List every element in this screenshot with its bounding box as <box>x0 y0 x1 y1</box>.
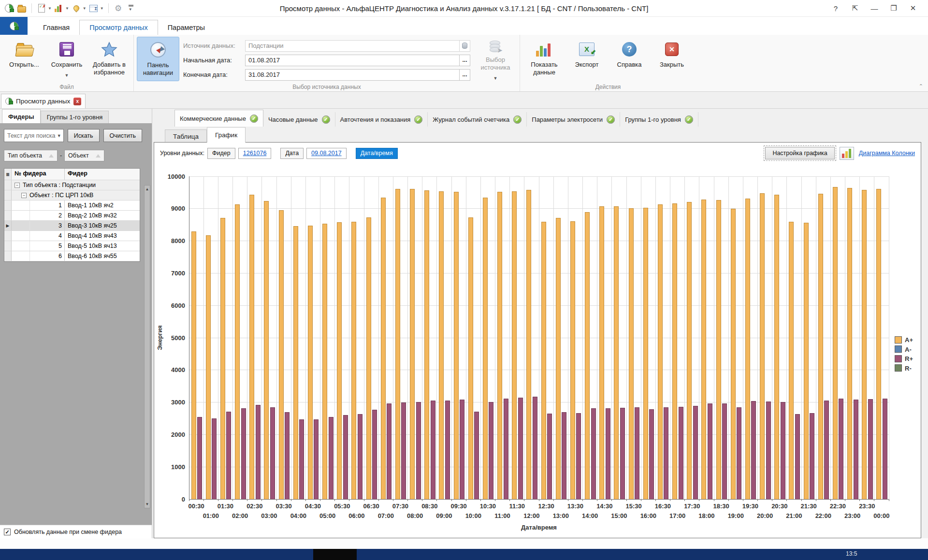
chart-panel: Уровни данных: Фидер 1261076 Дата 09.08.… <box>154 142 921 538</box>
help-button[interactable]: ? Справка <box>608 37 651 81</box>
group-label-file: Файл <box>0 84 133 90</box>
chevron-down-icon[interactable]: ▼ <box>83 6 87 11</box>
collapse-ribbon-button[interactable]: ⌃ <box>919 83 923 89</box>
collapse-icon[interactable]: − <box>14 183 20 188</box>
maximize-button[interactable]: ❐ <box>885 2 902 14</box>
separator <box>31 3 32 13</box>
open-button[interactable]: Открыть... <box>3 37 45 81</box>
sort-chip-object[interactable]: Объект <box>64 150 104 161</box>
save-button[interactable]: Сохранить ▼ <box>45 37 88 81</box>
level-feeder-value-link[interactable]: 1261076 <box>238 148 272 159</box>
export-button[interactable]: X Экспорт <box>566 37 608 81</box>
data-type-tab[interactable]: Коммерческие данные✓ <box>174 110 263 127</box>
view-tab[interactable]: Таблица <box>165 129 207 143</box>
bar-chart-icon[interactable] <box>54 3 64 14</box>
clear-button[interactable]: Очистить <box>103 129 142 142</box>
start-date-field[interactable]: 01.08.2017 <box>245 55 460 66</box>
help-titlebar-button[interactable]: ? <box>827 2 844 14</box>
tab-check-icon[interactable]: ✓ <box>685 115 693 124</box>
end-date-picker-button[interactable]: ... <box>460 69 470 81</box>
source-db-icon[interactable] <box>460 40 470 52</box>
table-sum-icon[interactable]: Σ <box>88 3 99 14</box>
document-tab-label: Просмотр данных <box>16 98 70 105</box>
tree-group-row[interactable]: −Объект : ПС ЦРП 10кВ <box>4 190 140 201</box>
sidebar-tab[interactable]: Группы 1-го уровня <box>41 111 109 123</box>
column-diagram-icon[interactable] <box>840 147 854 160</box>
chevron-down-icon: ▼ <box>493 74 498 82</box>
svg-text:12:30: 12:30 <box>538 503 554 510</box>
save-button-label: Сохранить <box>51 61 83 69</box>
sidebar-tab[interactable]: Фидеры <box>2 109 41 123</box>
feeder-row[interactable]: ▶3Ввод-3 10кВ яч25 <box>4 221 140 231</box>
feeder-row[interactable]: 4Ввод-4 10кВ яч43 <box>4 231 140 241</box>
chart-settings-button[interactable]: Настройка графика <box>765 147 834 159</box>
minimize-button[interactable]: — <box>866 2 883 14</box>
navigation-panel-toggle[interactable]: Панель навигации <box>137 37 179 81</box>
feeder-row[interactable]: 5Ввод-5 10кВ яч13 <box>4 241 140 251</box>
ribbon-tab[interactable]: Параметры <box>158 20 215 35</box>
level-date-value-link[interactable]: 09.08.2017 <box>306 148 347 159</box>
app-menu-button[interactable] <box>0 17 28 35</box>
checklist-icon[interactable]: ✓✗ <box>36 3 47 14</box>
show-data-button[interactable]: Показать данные <box>523 37 566 81</box>
close-tab-icon[interactable]: x <box>73 98 81 105</box>
sort-chip-object-type[interactable]: Тип объекта <box>4 150 58 161</box>
svg-text:R-: R- <box>905 365 912 372</box>
chevron-down-icon[interactable]: ▼ <box>65 6 69 11</box>
tree-header-num[interactable]: № фидера <box>12 169 65 180</box>
search-input[interactable]: Текст для поиска▼ <box>4 129 64 142</box>
close-view-button[interactable]: ✕ Закрыть <box>651 37 693 81</box>
data-type-tab[interactable]: Параметры электросети✓ <box>527 112 620 127</box>
collapse-icon[interactable]: − <box>21 193 27 198</box>
refresh-checkbox[interactable]: ✓ <box>4 529 11 535</box>
search-button[interactable]: Искать <box>68 129 100 142</box>
close-window-button[interactable]: ✕ <box>905 2 921 14</box>
scroll-up-icon[interactable]: ▲ <box>145 187 149 191</box>
diagram-type-link[interactable]: Диаграмма Колонки <box>859 150 915 157</box>
source-select-button[interactable]: ➤ Выбор источника ▼ <box>474 37 517 81</box>
data-type-tab-label: Журнал событий счетчика <box>433 116 509 123</box>
scroll-down-icon[interactable]: ▼ <box>145 502 149 506</box>
svg-text:16:30: 16:30 <box>655 503 671 510</box>
ribbon-tab[interactable]: Просмотр данных <box>79 20 158 35</box>
tab-check-icon[interactable]: ✓ <box>513 115 522 124</box>
tab-check-icon[interactable]: ✓ <box>414 115 422 124</box>
start-date-picker-button[interactable]: ... <box>460 55 470 66</box>
ribbon-tab[interactable]: Главная <box>33 20 79 35</box>
open-folder-icon[interactable] <box>16 3 27 14</box>
level-datetime-active[interactable]: Дата/время <box>356 148 398 159</box>
data-type-tab[interactable]: Группы 1-го уровня✓ <box>620 112 698 127</box>
level-feeder-label[interactable]: Фидер <box>207 148 235 159</box>
tree-group-row[interactable]: −Тип объекта : Подстанции <box>4 180 140 190</box>
end-date-field[interactable]: 31.08.2017 <box>245 69 460 81</box>
tree-header-name[interactable]: Фидер <box>65 169 140 180</box>
data-type-tab[interactable]: Журнал событий счетчика✓ <box>428 112 527 127</box>
source-field-value[interactable]: Подстанции <box>245 40 460 52</box>
svg-text:1000: 1000 <box>171 463 185 471</box>
tab-check-icon[interactable]: ✓ <box>250 115 258 123</box>
view-tab[interactable]: График <box>207 127 246 143</box>
map-pin-icon[interactable] <box>71 3 82 14</box>
feeder-row[interactable]: 6Ввод-6 10кВ яч55 <box>4 251 140 261</box>
app-logo-icon <box>5 98 13 105</box>
data-type-tab[interactable]: Часовые данные✓ <box>263 112 335 127</box>
sidebar-scrollbar[interactable]: ▲▼ <box>144 185 150 508</box>
customize-toolbar-icon[interactable]: ▼ <box>126 3 136 14</box>
feeder-number: 1 <box>30 201 65 210</box>
chart-area[interactable]: 0100020003000400050006000700080009000100… <box>154 164 921 538</box>
level-date-label[interactable]: Дата <box>280 148 304 159</box>
settings-gear-icon[interactable]: ⚙ <box>113 3 124 14</box>
tab-check-icon[interactable]: ✓ <box>322 115 330 124</box>
chevron-down-icon[interactable]: ▼ <box>48 6 52 11</box>
chevron-down-icon[interactable]: ▼ <box>100 6 104 11</box>
tab-check-icon[interactable]: ✓ <box>607 115 615 124</box>
document-tab[interactable]: Просмотр данных x <box>1 94 86 108</box>
fullscreen-button[interactable]: ⇱ <box>847 2 863 14</box>
os-taskbar[interactable]: 13:5 <box>0 549 928 560</box>
feeder-row[interactable]: 1Ввод-1 10кВ яч2 <box>4 201 140 211</box>
add-favorite-button[interactable]: Добавить в избранное <box>88 37 130 81</box>
feeder-row[interactable]: 2Ввод-2 10кВ яч32 <box>4 211 140 221</box>
title-bar: ✓✗ ▼ ▼ ▼ Σ ▼ ⚙ ▼ Просмотр данных - Альфа… <box>0 0 928 17</box>
svg-text:2000: 2000 <box>171 431 185 438</box>
data-type-tab[interactable]: Авточтения и показания✓ <box>335 112 428 127</box>
